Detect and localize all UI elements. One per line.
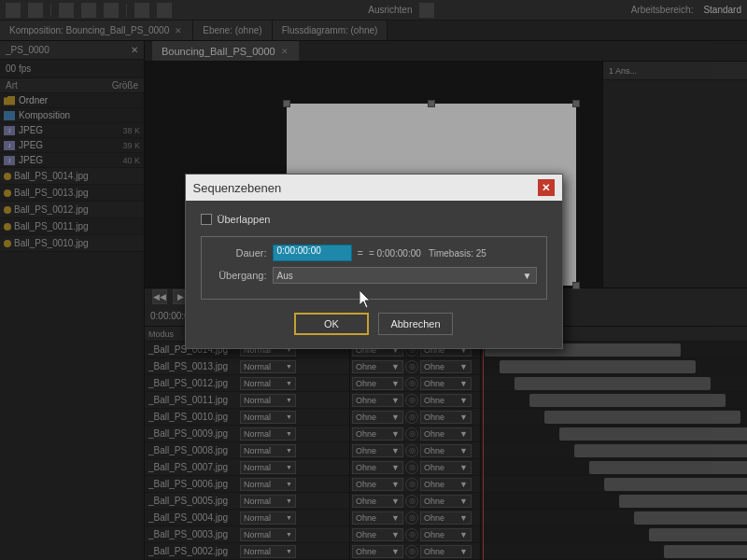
overlap-checkbox[interactable] [201, 214, 212, 225]
dialog-uebergang-row: Übergang: Aus ▼ [211, 267, 537, 284]
dialog-dauer-row: Dauer: 0:00:00:00 = = 0:00:00:00 Timebas… [211, 245, 537, 261]
dialog-overlay: Sequenzebenen ✕ Überlappen Dauer: 0:00:0… [0, 0, 747, 560]
dauer-input[interactable]: 0:00:00:00 [273, 245, 352, 261]
dialog-checkbox-row: Überlappen [201, 214, 547, 225]
uebergang-arrow: ▼ [523, 271, 532, 281]
dialog-close-button[interactable]: ✕ [538, 179, 555, 196]
cancel-button[interactable]: Abbrechen [378, 313, 453, 335]
dauer-label: Dauer: [211, 247, 267, 259]
timecode-value: = 0:00:00:00 Timebasis: 25 [369, 248, 486, 259]
dialog-body: Überlappen Dauer: 0:00:00:00 = = 0:00:00… [186, 201, 562, 348]
uebergang-label: Übergang: [211, 270, 267, 281]
dialog-group: Dauer: 0:00:00:00 = = 0:00:00:00 Timebas… [201, 236, 547, 300]
dialog-titlebar: Sequenzebenen ✕ [186, 175, 562, 201]
uebergang-value: Aus [277, 271, 293, 281]
dialog-buttons: OK Abbrechen [201, 313, 547, 335]
dialog-title: Sequenzebenen [193, 181, 282, 195]
overlap-label: Überlappen [218, 214, 271, 225]
sequenzebenen-dialog: Sequenzebenen ✕ Überlappen Dauer: 0:00:0… [185, 174, 563, 349]
uebergang-select[interactable]: Aus ▼ [273, 267, 537, 284]
ok-button[interactable]: OK [294, 313, 369, 335]
equals-sign: = [358, 247, 363, 259]
